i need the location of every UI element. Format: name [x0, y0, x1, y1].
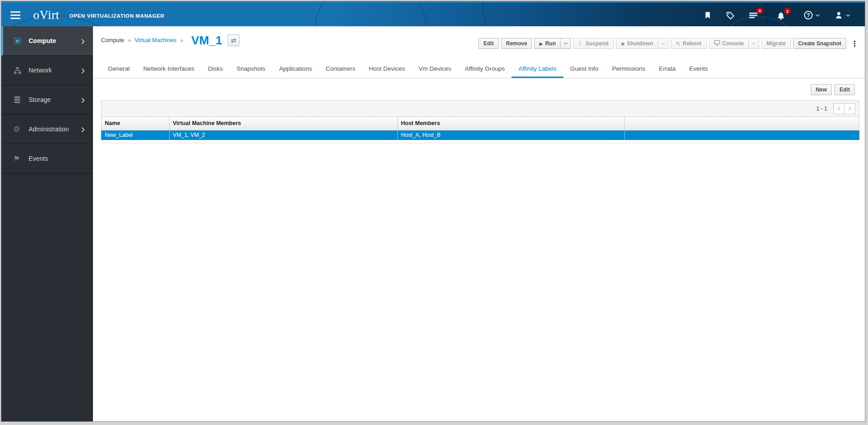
reboot-icon: ↻ — [676, 40, 680, 47]
cell-name[interactable]: New_Label — [102, 130, 170, 140]
bookmarks-button[interactable] — [697, 11, 719, 19]
tab-snapshots[interactable]: Snapshots — [230, 61, 273, 78]
breadcrumb: Compute » Virtual Machines » VM_1 ⇄ — [101, 34, 239, 46]
list-toolbar: New Edit — [101, 84, 855, 95]
table-header-row: Name Virtual Machine Members Host Member… — [102, 117, 859, 130]
brand: oVirt OPEN VIRTUALIZATION MANAGER — [33, 3, 164, 26]
sidebar-item-network[interactable]: Network — [1, 56, 93, 85]
kebab-menu-icon[interactable]: ⋮ — [851, 40, 858, 48]
pager — [834, 103, 855, 114]
page-header: Compute » Virtual Machines » VM_1 ⇄ Edit… — [93, 26, 865, 60]
vertical-nav: Compute Network Storage ⚙ Admin — [1, 26, 93, 421]
chevron-right-icon — [81, 68, 85, 76]
masthead-icon-bar: 0 2 ? — [697, 3, 858, 26]
moon-icon: ☾ — [578, 40, 583, 47]
masthead-divider — [767, 3, 767, 27]
column-header-empty — [625, 117, 859, 130]
cell-empty[interactable] — [625, 130, 859, 140]
alerts-count-badge: 2 — [784, 8, 791, 14]
stop-icon: ◼ — [621, 41, 624, 46]
suspend-button[interactable]: ☾Suspend — [573, 38, 613, 49]
page-title: VM_1 — [191, 34, 222, 46]
breadcrumb-virtual-machines-link[interactable]: Virtual Machines — [135, 37, 176, 43]
switch-entity-button[interactable]: ⇄ — [228, 34, 239, 46]
sidebar-item-storage[interactable]: Storage — [1, 85, 93, 115]
shutdown-button-group: ◼Shutdown — [616, 38, 668, 49]
tab-host-devices[interactable]: Host Devices — [362, 61, 412, 78]
tab-disks[interactable]: Disks — [201, 61, 230, 78]
column-header-host-members: Host Members — [398, 117, 625, 130]
tab-applications[interactable]: Applications — [272, 61, 319, 78]
affinity-labels-table: Name Virtual Machine Members Host Member… — [101, 117, 859, 140]
breadcrumb-compute[interactable]: Compute — [101, 37, 124, 43]
reboot-button[interactable]: ↻Reboot — [671, 38, 706, 49]
sidebar-item-label: Events — [29, 155, 48, 162]
edit-label-button[interactable]: Edit — [834, 84, 855, 95]
detail-tabs: General Network Interfaces Disks Snapsho… — [93, 61, 865, 78]
edit-vm-button[interactable]: Edit — [478, 38, 499, 49]
create-snapshot-button[interactable]: Create Snapshot — [793, 38, 846, 49]
tab-affinity-groups[interactable]: Affinity Groups — [458, 61, 512, 78]
tab-errata[interactable]: Errata — [652, 61, 683, 78]
sidebar-item-events[interactable]: ⚑ Events — [1, 144, 93, 174]
shutdown-button[interactable]: ◼Shutdown — [616, 38, 658, 49]
masthead: oVirt OPEN VIRTUALIZATION MANAGER 0 — [1, 1, 865, 26]
tasks-button[interactable]: 0 — [741, 11, 765, 19]
shutdown-dropdown-button[interactable] — [658, 38, 668, 49]
compute-icon — [13, 37, 29, 45]
chevron-right-icon — [81, 38, 85, 46]
cell-vm-members[interactable]: VM_1, VM_2 — [170, 130, 398, 140]
prev-page-button[interactable] — [834, 103, 844, 114]
chevron-down-icon — [815, 14, 820, 17]
tab-network-interfaces[interactable]: Network Interfaces — [137, 61, 201, 78]
tags-button[interactable] — [719, 11, 741, 19]
masthead-divider — [795, 3, 795, 27]
column-header-vm-members: Virtual Machine Members — [170, 117, 398, 130]
gear-icon: ⚙ — [13, 126, 29, 133]
chevron-right-icon — [81, 126, 85, 135]
console-button[interactable]: Console — [709, 38, 748, 49]
affinity-labels-panel: New Edit 1 - 1 Name — [101, 84, 859, 143]
table-row[interactable]: New_Label VM_1, VM_2 Host_A, Host_B — [102, 130, 859, 140]
cell-host-members[interactable]: Host_A, Host_B — [398, 130, 625, 140]
chevron-right-icon — [81, 97, 85, 105]
notifications-button[interactable]: 2 — [769, 11, 793, 20]
tab-vm-devices[interactable]: Vm Devices — [412, 61, 458, 78]
tab-permissions[interactable]: Permissions — [605, 61, 652, 78]
play-icon: ▶ — [539, 41, 543, 46]
new-label-button[interactable]: New — [811, 84, 832, 95]
run-button[interactable]: ▶Run — [534, 38, 560, 49]
console-monitor-icon — [714, 40, 720, 47]
sidebar-item-administration[interactable]: ⚙ Administration — [1, 115, 93, 144]
run-dropdown-button[interactable] — [560, 38, 571, 49]
tasks-count-badge: 0 — [756, 7, 763, 14]
help-menu-button[interactable]: ? — [797, 11, 827, 19]
tab-guest-info[interactable]: Guest Info — [563, 61, 605, 78]
user-icon — [834, 11, 843, 19]
next-page-button[interactable] — [844, 103, 855, 114]
user-menu-button[interactable] — [827, 11, 858, 19]
sidebar-item-label: Administration — [29, 126, 69, 133]
hamburger-menu-icon[interactable] — [10, 11, 20, 21]
migrate-button[interactable]: Migrate — [761, 38, 791, 49]
help-icon: ? — [804, 11, 813, 19]
ovirt-logo: oVirt — [33, 8, 59, 22]
tab-containers[interactable]: Containers — [319, 61, 362, 78]
table-bottom-border — [101, 140, 859, 143]
tab-events[interactable]: Events — [683, 61, 715, 78]
masthead-decoration — [314, 1, 428, 26]
bookmark-icon — [704, 11, 712, 19]
sidebar-item-compute[interactable]: Compute — [1, 26, 93, 56]
app-window: oVirt OPEN VIRTUALIZATION MANAGER 0 — [1, 1, 865, 422]
tag-icon — [726, 11, 734, 19]
column-header-name: Name — [102, 117, 170, 130]
tab-affinity-labels[interactable]: Affinity Labels — [512, 61, 563, 78]
console-dropdown-button[interactable] — [748, 38, 759, 49]
tab-general[interactable]: General — [101, 61, 137, 78]
main-content: Compute » Virtual Machines » VM_1 ⇄ Edit… — [93, 26, 865, 421]
sidebar-item-label: Network — [29, 67, 52, 74]
product-name: OPEN VIRTUALIZATION MANAGER — [69, 13, 165, 19]
run-button-group: ▶Run — [534, 38, 571, 49]
breadcrumb-separator: » — [128, 37, 131, 43]
remove-vm-button[interactable]: Remove — [501, 38, 532, 49]
